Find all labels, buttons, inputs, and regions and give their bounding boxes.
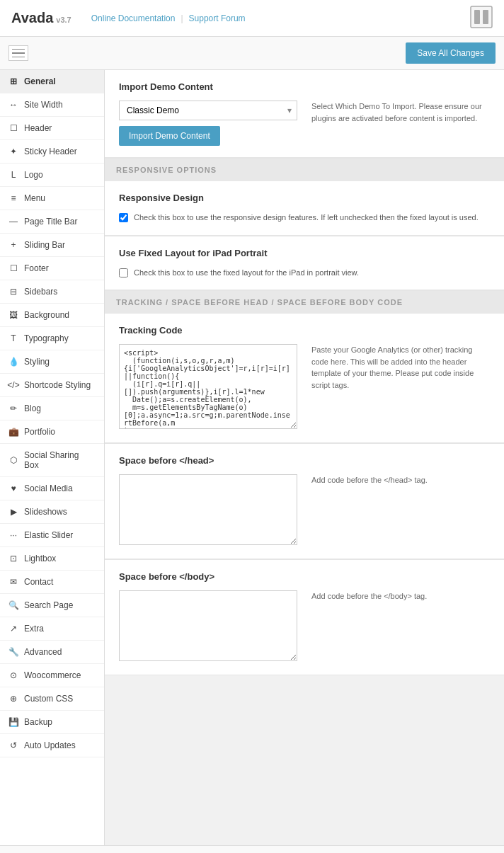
sidebar-item-shortcode-styling[interactable]: </> Shortcode Styling <box>0 374 104 397</box>
sidebar-item-sticky-header[interactable]: ✦ Sticky Header <box>0 140 104 164</box>
sidebar-item-contact[interactable]: ✉ Contact <box>0 571 104 594</box>
ipad-portrait-checkbox[interactable] <box>119 268 128 277</box>
tracking-code-textarea[interactable]: <script> (function(i,s,o,g,r,a,m) {i['Go… <box>119 344 297 429</box>
tracking-code-title: Tracking Code <box>119 325 490 336</box>
space-body-description: Add code before the </body> tag. <box>311 590 490 602</box>
sidebar-item-page-title-bar[interactable]: — Page Title Bar <box>0 210 104 234</box>
sidebar: ⊞ General ↔ Site Width ☐ Header ✦ Sticky… <box>0 70 105 845</box>
sidebar-item-logo[interactable]: L Logo <box>0 164 104 187</box>
refresh-icon: ↺ <box>8 740 18 750</box>
sidebar-item-menu[interactable]: ≡ Menu <box>0 187 104 210</box>
import-demo-left: Classic Demo Modern Demo Business Demo ▾… <box>119 101 297 146</box>
search-icon: 🔍 <box>8 600 18 610</box>
arrows-h-icon: ↔ <box>8 100 18 110</box>
sidebar-item-lightbox[interactable]: ⊡ Lightbox <box>0 547 104 571</box>
sidebar-item-blog[interactable]: ✏ Blog <box>0 397 104 420</box>
sidebar-item-sliding-bar[interactable]: + Sliding Bar <box>0 234 104 257</box>
sidebar-label-advanced: Advanced <box>24 647 62 657</box>
plus-icon: + <box>8 240 18 250</box>
toolbar-row: Save All Changes <box>0 37 504 70</box>
link-separator: | <box>181 13 183 23</box>
sidebar-item-search-page[interactable]: 🔍 Search Page <box>0 594 104 617</box>
sidebar-label-page-title-bar: Page Title Bar <box>24 217 77 227</box>
space-head-row: Add code before the </head> tag. <box>119 474 490 547</box>
theme-icon <box>470 6 493 30</box>
doc-link[interactable]: Online Documentation <box>91 13 176 23</box>
space-body-left <box>119 590 297 663</box>
sidebar-label-extra: Extra <box>24 624 44 634</box>
star-icon: ✦ <box>8 147 18 156</box>
space-body-section: Space before </body> Add code before the… <box>105 560 504 675</box>
sidebar-label-auto-updates: Auto Updates <box>24 740 76 750</box>
share-icon: ⬡ <box>8 455 18 465</box>
sidebar-item-header[interactable]: ☐ Header <box>0 117 104 140</box>
sidebar-item-advanced[interactable]: 🔧 Advanced <box>0 641 104 664</box>
space-head-title: Space before </head> <box>119 455 490 466</box>
columns-icon: ⊟ <box>8 287 18 297</box>
responsive-design-title: Responsive Design <box>119 193 490 203</box>
space-body-title: Space before </body> <box>119 571 490 582</box>
support-link[interactable]: Support Forum <box>189 13 246 23</box>
sidebar-item-woocommerce[interactable]: ⊙ Woocommerce <box>0 664 104 687</box>
drop-icon: 💧 <box>8 357 18 367</box>
sidebar-label-general: General <box>24 76 56 86</box>
sidebar-item-typography[interactable]: T Typography <box>0 327 104 350</box>
css-icon: ⊕ <box>8 694 18 704</box>
responsive-design-description: Check this box to use the responsive des… <box>134 212 479 224</box>
save-all-button-top[interactable]: Save All Changes <box>406 42 496 64</box>
toggle-sidebar-button[interactable] <box>8 45 28 61</box>
sidebar-label-blog: Blog <box>24 403 41 413</box>
footer-icon: ☐ <box>8 263 18 273</box>
tracking-code-left: <script> (function(i,s,o,g,r,a,m) {i['Go… <box>119 344 297 431</box>
sidebar-item-custom-css[interactable]: ⊕ Custom CSS <box>0 687 104 711</box>
wrench-icon: 🔧 <box>8 647 18 657</box>
sidebar-label-sliding-bar: Sliding Bar <box>24 240 65 250</box>
sidebar-item-footer[interactable]: ☐ Footer <box>0 257 104 280</box>
space-head-left <box>119 474 297 547</box>
bottom-bar: Options Reset Save All Changes <box>0 845 504 853</box>
demo-select[interactable]: Classic Demo Modern Demo Business Demo <box>119 101 297 120</box>
sidebar-item-slideshows[interactable]: ▶ Slideshows <box>0 500 104 524</box>
sidebar-label-shortcode-styling: Shortcode Styling <box>24 380 91 390</box>
sidebar-item-portfolio[interactable]: 💼 Portfolio <box>0 420 104 444</box>
import-demo-section: Import Demo Content Classic Demo Modern … <box>105 70 504 158</box>
import-demo-title: Import Demo Content <box>119 81 490 92</box>
space-body-textarea[interactable] <box>119 590 297 661</box>
sidebar-label-social-media: Social Media <box>24 483 73 493</box>
responsive-design-section: Responsive Design Check this box to use … <box>105 181 504 236</box>
sidebar-item-auto-updates[interactable]: ↺ Auto Updates <box>0 734 104 757</box>
sidebar-item-social-media[interactable]: ♥ Social Media <box>0 477 104 500</box>
external-icon: ↗ <box>8 624 18 634</box>
sidebar-label-portfolio: Portfolio <box>24 427 55 437</box>
sidebar-label-custom-css: Custom CSS <box>24 694 73 704</box>
tracking-code-section: Tracking Code <script> (function(i,s,o,g… <box>105 314 504 443</box>
responsive-design-checkbox[interactable] <box>119 213 128 222</box>
sidebar-item-extra[interactable]: ↗ Extra <box>0 617 104 641</box>
sidebar-item-background[interactable]: 🖼 Background <box>0 304 104 327</box>
space-head-textarea[interactable] <box>119 474 297 545</box>
import-demo-button[interactable]: Import Demo Content <box>119 126 220 146</box>
demo-select-wrapper: Classic Demo Modern Demo Business Demo ▾ <box>119 101 297 120</box>
sidebar-label-menu: Menu <box>24 193 45 203</box>
sidebar-item-elastic-slider[interactable]: ··· Elastic Slider <box>0 524 104 547</box>
svg-rect-0 <box>471 6 492 28</box>
type-icon: T <box>8 333 18 343</box>
sidebar-item-social-sharing-box[interactable]: ⬡ Social Sharing Box <box>0 444 104 477</box>
sidebar-item-general[interactable]: ⊞ General <box>0 70 104 93</box>
main-layout: ⊞ General ↔ Site Width ☐ Header ✦ Sticky… <box>0 70 504 845</box>
sidebar-item-site-width[interactable]: ↔ Site Width <box>0 93 104 117</box>
sidebar-label-sticky-header: Sticky Header <box>24 147 77 156</box>
sidebar-label-site-width: Site Width <box>24 100 63 110</box>
menu-icon: ≡ <box>8 193 18 203</box>
svg-rect-1 <box>474 10 480 24</box>
sidebar-label-styling: Styling <box>24 357 50 367</box>
svg-rect-2 <box>483 10 488 24</box>
dots-icon: ··· <box>8 530 18 540</box>
sidebar-item-backup[interactable]: 💾 Backup <box>0 711 104 734</box>
sidebar-item-sidebars[interactable]: ⊟ Sidebars <box>0 280 104 304</box>
import-demo-description: Select Which Demo To Import. Please ensu… <box>311 101 490 124</box>
sidebar-label-lightbox: Lightbox <box>24 554 56 563</box>
sidebar-label-social-sharing-box: Social Sharing Box <box>24 450 96 470</box>
ipad-portrait-title: Use Fixed Layout for iPad Portrait <box>119 248 490 258</box>
sidebar-item-styling[interactable]: 💧 Styling <box>0 350 104 374</box>
